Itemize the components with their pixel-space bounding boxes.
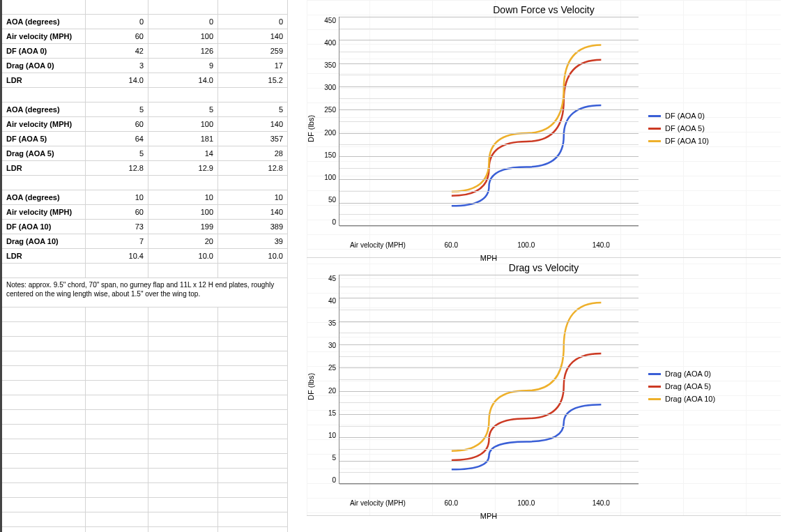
row-label[interactable] <box>2 498 86 512</box>
data-cell[interactable]: 12.8 <box>86 161 148 176</box>
data-cell[interactable] <box>218 395 288 410</box>
data-cell[interactable]: 12.8 <box>218 161 288 176</box>
data-cell[interactable] <box>86 0 148 15</box>
data-cell[interactable]: 73 <box>86 220 148 234</box>
data-cell[interactable]: 64 <box>86 132 148 146</box>
row-label[interactable] <box>2 264 86 278</box>
row-label[interactable]: DF (AOA 5) <box>2 132 86 146</box>
row-label[interactable]: Air velocity (MPH) <box>2 117 86 132</box>
data-cell[interactable] <box>218 439 288 454</box>
data-cell[interactable]: 14.0 <box>86 73 148 88</box>
data-cell[interactable] <box>218 337 288 351</box>
data-cell[interactable] <box>218 454 288 469</box>
data-cell[interactable] <box>148 483 218 498</box>
data-cell[interactable] <box>148 381 218 395</box>
data-cell[interactable] <box>148 88 218 102</box>
data-cell[interactable]: 140 <box>218 205 288 220</box>
data-cell[interactable]: 15.2 <box>218 73 288 88</box>
data-cell[interactable] <box>148 322 218 337</box>
data-cell[interactable]: 5 <box>218 102 288 117</box>
data-cell[interactable] <box>86 381 148 395</box>
row-label[interactable]: LDR <box>2 161 86 176</box>
row-label[interactable] <box>2 527 86 532</box>
row-label[interactable] <box>2 381 86 395</box>
data-cell[interactable]: 10 <box>218 190 288 205</box>
data-cell[interactable]: 12.9 <box>148 161 218 176</box>
data-cell[interactable]: 140 <box>218 117 288 132</box>
data-cell[interactable]: 10 <box>148 190 218 205</box>
data-cell[interactable]: 100 <box>148 117 218 132</box>
row-label[interactable] <box>2 366 86 381</box>
data-cell[interactable]: 259 <box>218 44 288 59</box>
data-cell[interactable]: 60 <box>86 29 148 44</box>
row-label[interactable]: DF (AOA 0) <box>2 44 86 59</box>
data-cell[interactable]: 357 <box>218 132 288 146</box>
data-cell[interactable]: 60 <box>86 117 148 132</box>
data-cell[interactable] <box>148 366 218 381</box>
row-label[interactable] <box>2 351 86 366</box>
data-cell[interactable]: 0 <box>86 15 148 29</box>
data-cell[interactable]: 0 <box>218 15 288 29</box>
data-cell[interactable] <box>218 469 288 483</box>
data-cell[interactable]: 389 <box>218 220 288 234</box>
data-cell[interactable] <box>148 176 218 190</box>
data-cell[interactable] <box>218 498 288 512</box>
row-label[interactable] <box>2 337 86 351</box>
row-label[interactable]: AOA (degrees) <box>2 190 86 205</box>
data-cell[interactable]: 42 <box>86 44 148 59</box>
row-label[interactable] <box>2 469 86 483</box>
notes-text[interactable]: Notes: approx. 9.5" chord, 70" span, no … <box>2 278 288 307</box>
data-cell[interactable]: 10 <box>86 190 148 205</box>
data-cell[interactable] <box>218 322 288 337</box>
data-cell[interactable] <box>148 454 218 469</box>
row-label[interactable] <box>2 483 86 498</box>
data-cell[interactable] <box>148 0 218 15</box>
row-label[interactable] <box>2 322 86 337</box>
data-cell[interactable]: 14.0 <box>148 73 218 88</box>
data-cell[interactable] <box>148 469 218 483</box>
data-cell[interactable] <box>218 410 288 425</box>
data-cell[interactable] <box>86 512 148 527</box>
data-cell[interactable] <box>148 439 218 454</box>
data-cell[interactable] <box>148 410 218 425</box>
data-cell[interactable] <box>148 264 218 278</box>
data-cell[interactable] <box>86 264 148 278</box>
row-label[interactable] <box>2 439 86 454</box>
data-cell[interactable] <box>86 527 148 532</box>
data-cell[interactable] <box>86 176 148 190</box>
data-cell[interactable]: 0 <box>148 15 218 29</box>
data-cell[interactable] <box>218 512 288 527</box>
data-cell[interactable] <box>86 337 148 351</box>
row-label[interactable]: Air velocity (MPH) <box>2 29 86 44</box>
data-cell[interactable] <box>86 395 148 410</box>
data-cell[interactable]: 140 <box>218 29 288 44</box>
data-cell[interactable]: 10.0 <box>218 249 288 264</box>
row-label[interactable] <box>2 410 86 425</box>
data-cell[interactable] <box>86 366 148 381</box>
data-cell[interactable]: 9 <box>148 59 218 73</box>
data-cell[interactable] <box>86 454 148 469</box>
data-cell[interactable] <box>218 307 288 322</box>
row-label[interactable] <box>2 88 86 102</box>
data-cell[interactable] <box>148 512 218 527</box>
data-cell[interactable] <box>86 351 148 366</box>
data-cell[interactable]: 199 <box>148 220 218 234</box>
row-label[interactable] <box>2 307 86 322</box>
data-cell[interactable]: 10.4 <box>86 249 148 264</box>
data-cell[interactable] <box>218 264 288 278</box>
data-cell[interactable] <box>86 410 148 425</box>
data-cell[interactable]: 17 <box>218 59 288 73</box>
data-cell[interactable] <box>218 483 288 498</box>
data-cell[interactable]: 20 <box>148 234 218 249</box>
row-label[interactable]: LDR <box>2 73 86 88</box>
data-cell[interactable] <box>86 88 148 102</box>
data-cell[interactable] <box>148 307 218 322</box>
data-cell[interactable] <box>218 381 288 395</box>
data-cell[interactable]: 5 <box>148 102 218 117</box>
row-label[interactable]: Drag (AOA 5) <box>2 146 86 161</box>
row-label[interactable] <box>2 425 86 439</box>
row-label[interactable]: AOA (degrees) <box>2 102 86 117</box>
data-cell[interactable] <box>86 425 148 439</box>
row-label[interactable] <box>2 395 86 410</box>
data-cell[interactable]: 39 <box>218 234 288 249</box>
